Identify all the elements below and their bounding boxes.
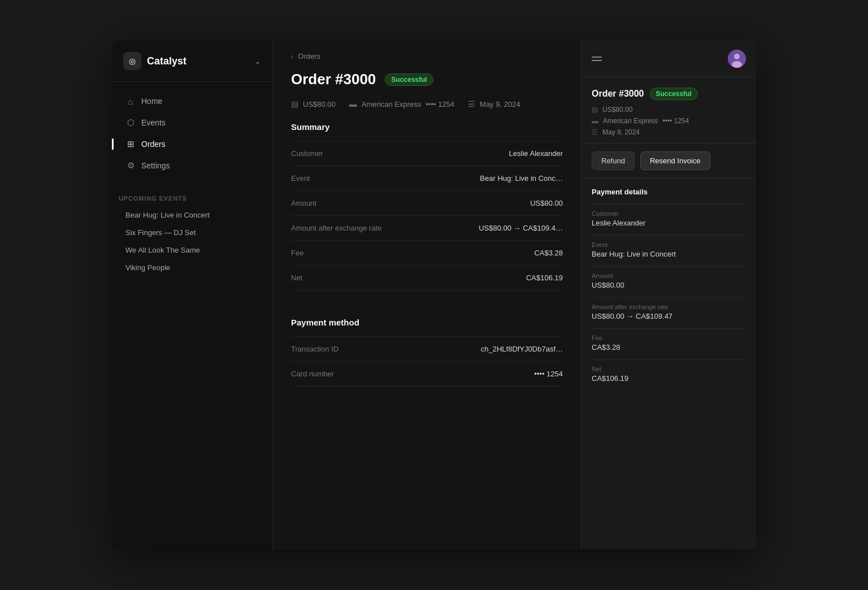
resend-invoice-button[interactable]: Resend Invoice [640,151,710,170]
panel-card-icon: ▬ [592,117,598,125]
amount-icon: ▤ [291,99,298,109]
payment-row-card: Card number •••• 1254 [291,362,563,387]
detail-fee-label: Fee [592,335,746,341]
detail-customer: Customer Leslie Alexander [592,210,746,227]
panel-amount: US$80.00 [602,106,632,114]
detail-net-value: CA$106.19 [592,374,746,383]
panel-divider [592,204,746,205]
payment-meta: ▬ American Express •••• 1254 [349,99,454,109]
menu-icon[interactable] [592,57,602,61]
panel-date: May 9, 2024 [602,128,640,136]
summary-section-title: Summary [273,122,581,141]
detail-amount: Amount US$80.00 [592,272,746,289]
breadcrumb-orders-link[interactable]: Orders [298,52,320,60]
sidebar-item-home[interactable]: ⌂ Home [119,91,266,111]
order-title: Order #3000 [291,71,376,88]
sidebar: ◎ Catalyst ⌄ ⌂ Home ⬡ Events ⊞ Orders ⚙ … [112,41,273,549]
card-icon: ▬ [349,99,357,109]
detail-amount-value: US$80.00 [592,281,746,289]
order-date: May 9, 2024 [480,100,520,109]
card-number-value: •••• 1254 [534,370,563,378]
main-content: ‹ Orders Order #3000 Successful ▤ US$80.… [273,41,581,549]
detail-event-label: Event [592,241,746,248]
transaction-label: Transaction ID [291,345,338,353]
chevron-down-icon[interactable]: ⌄ [254,57,261,66]
order-header: Order #3000 Successful [273,66,581,99]
sidebar-logo: ◎ Catalyst [123,52,186,70]
panel-order-title-text: Order #3000 [592,89,644,99]
sidebar-events-list: Bear Hug: Live in Concert Six Fingers — … [112,206,272,276]
summary-value-fee: CA$3.28 [534,249,563,257]
panel-header [581,41,756,77]
summary-row-net: Net CA$106.19 [291,266,563,290]
sidebar-item-label: Orders [141,140,166,149]
summary-value-net: CA$106.19 [526,274,563,282]
summary-label-customer: Customer [291,149,323,158]
summary-value-amount: US$80.00 [530,199,563,207]
detail-event-value: Bear Hug: Live in Concert [592,250,746,258]
sidebar-header: ◎ Catalyst ⌄ [112,41,272,82]
sidebar-item-label: Home [141,97,162,106]
summary-value-customer: Leslie Alexander [509,149,563,158]
sidebar-item-settings[interactable]: ⚙ Settings [119,155,266,176]
panel-divider [592,235,746,236]
summary-label-exchange: Amount after exchange rate [291,224,381,232]
order-amount: US$80.00 [303,100,336,109]
logo-icon: ◎ [123,52,141,70]
summary-table: Customer Leslie Alexander Event Bear Hug… [273,141,581,290]
panel-amount-icon: ▤ [592,106,598,114]
panel-divider [592,297,746,298]
settings-icon: ⚙ [125,160,136,171]
payment-method-title: Payment method [291,304,563,336]
summary-row-exchange: Amount after exchange rate US$80.00 → CA… [291,216,563,241]
summary-label-event: Event [291,174,310,183]
sidebar-item-label: Settings [141,161,170,170]
panel-card-dots: •••• 1254 [662,117,689,125]
panel-payment-method: American Express [603,117,658,125]
svg-point-2 [732,61,742,68]
upcoming-events-label: Upcoming Events [112,186,272,206]
events-icon: ⬡ [125,118,136,128]
status-badge: Successful [385,73,433,86]
summary-row-amount: Amount US$80.00 [291,191,563,216]
detail-panel: Order #3000 Successful ▤ US$80.00 ▬ Amer… [581,41,756,549]
summary-label-fee: Fee [291,249,303,257]
detail-exchange-value: US$80.00 → CA$109.47 [592,312,746,320]
panel-payment-details: Payment details Customer Leslie Alexande… [581,179,756,400]
sidebar-item-label: Events [141,118,166,127]
detail-exchange-label: Amount after exchange rate [592,303,746,310]
panel-payment-details-title: Payment details [592,188,746,196]
sidebar-item-orders[interactable]: ⊞ Orders [119,134,266,154]
summary-row-customer: Customer Leslie Alexander [291,141,563,166]
transaction-value: ch_2HLf8DfYJ0Db7asf… [481,345,563,353]
detail-amount-label: Amount [592,272,746,279]
home-icon: ⌂ [125,96,136,106]
summary-label-net: Net [291,274,302,282]
sidebar-event-item[interactable]: Viking People [119,259,266,276]
detail-customer-label: Customer [592,210,746,217]
panel-payment-meta: ▬ American Express •••• 1254 [592,117,746,125]
sidebar-event-item[interactable]: Bear Hug: Live in Concert [119,206,266,224]
breadcrumb-back-icon[interactable]: ‹ [291,52,293,60]
sidebar-item-events[interactable]: ⬡ Events [119,112,266,133]
panel-status-badge: Successful [650,88,698,100]
summary-label-amount: Amount [291,199,316,207]
avatar[interactable] [728,50,746,68]
amount-meta: ▤ US$80.00 [291,99,336,109]
detail-event: Event Bear Hug: Live in Concert [592,241,746,258]
payment-row-transaction: Transaction ID ch_2HLf8DfYJ0Db7asf… [291,336,563,362]
sidebar-event-item[interactable]: Six Fingers — DJ Set [119,224,266,241]
orders-icon: ⊞ [125,139,136,149]
detail-customer-value: Leslie Alexander [592,219,746,227]
panel-amount-meta: ▤ US$80.00 [592,106,746,114]
date-meta: ☰ May 9, 2024 [468,99,520,109]
panel-date-meta: ☰ May 9, 2024 [592,128,746,136]
sidebar-event-item[interactable]: We All Look The Same [119,241,266,259]
refund-button[interactable]: Refund [592,151,635,170]
payment-method-label: American Express [362,100,421,109]
panel-divider [592,266,746,267]
detail-net: Net CA$106.19 [592,366,746,383]
calendar-icon: ☰ [468,99,475,109]
detail-fee-value: CA$3.28 [592,343,746,352]
panel-divider [592,359,746,360]
